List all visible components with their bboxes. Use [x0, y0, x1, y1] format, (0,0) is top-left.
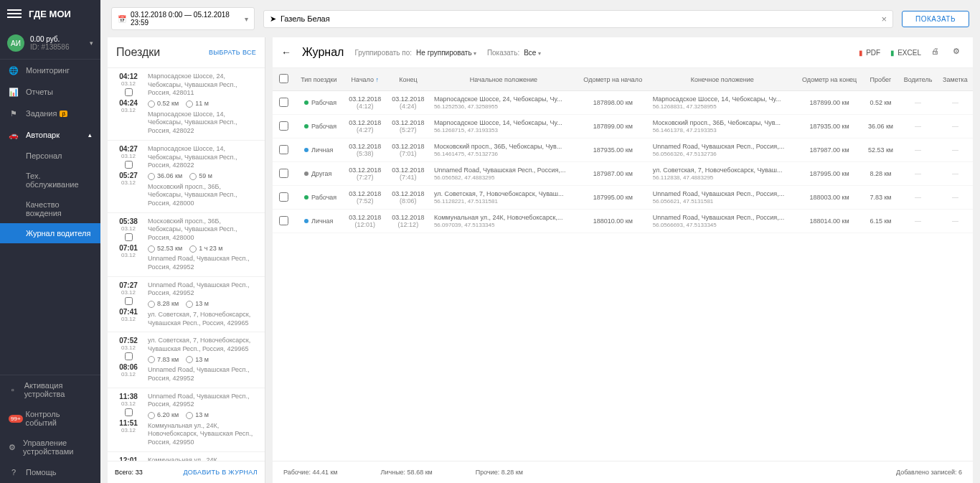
- row-checkbox[interactable]: [279, 121, 288, 131]
- nav-devices[interactable]: ⚙Управление устройствами: [0, 433, 100, 461]
- nav-monitoring[interactable]: 🌐Мониторинг: [0, 60, 100, 81]
- distance-icon: [148, 356, 155, 363]
- avatar: АИ: [7, 34, 24, 52]
- device-icon: ▫: [9, 385, 17, 395]
- clock-icon: [189, 173, 197, 180]
- table-row[interactable]: Рабочая 03.12.2018(7:52) 03.12.2018(8:06…: [273, 186, 973, 210]
- nav-help[interactable]: ?Помощь: [0, 461, 100, 483]
- trip-checkbox[interactable]: [125, 297, 133, 305]
- trips-footer: Всего: 33 ДОБАВИТЬ В ЖУРНАЛ: [108, 461, 265, 483]
- nav-fleet[interactable]: 🚗Автопарк▴: [0, 124, 100, 146]
- col-start-pos[interactable]: Начальное положение: [430, 68, 578, 91]
- journal-header: ← Журнал Группировать по: Не группироват…: [273, 37, 973, 68]
- export-excel-button[interactable]: ▮ EXCEL: [890, 49, 921, 57]
- trip-start-time: 04:12: [115, 72, 142, 80]
- col-driver[interactable]: Водитель: [898, 68, 938, 91]
- trip-item[interactable]: 07:27 03.12 07:41 03.12 Unnamed Road, Чу…: [108, 277, 265, 332]
- object-picker[interactable]: ➤ Газель Белая ×: [263, 10, 893, 28]
- select-all-checkbox[interactable]: [279, 74, 288, 83]
- calendar-icon: 📅: [118, 15, 126, 23]
- row-checkbox[interactable]: [279, 192, 288, 202]
- col-note[interactable]: Заметка: [938, 68, 973, 91]
- date-range-picker[interactable]: 📅 03.12.2018 0:00 — 05.12.2018 23:59 ▾: [111, 7, 255, 30]
- chevron-down-icon: ▾: [90, 39, 93, 47]
- nav-tasks[interactable]: ⚑Заданияβ: [0, 103, 100, 124]
- nav-events[interactable]: 99+Контроль событий: [0, 404, 100, 433]
- show-button[interactable]: ПОКАЗАТЬ: [902, 11, 969, 27]
- add-to-journal-button[interactable]: ДОБАВИТЬ В ЖУРНАЛ: [183, 469, 258, 476]
- trip-duration: 13 м: [186, 300, 209, 309]
- trip-item[interactable]: 07:52 03.12 08:06 03.12 ул. Советская, 7…: [108, 332, 265, 388]
- show-select[interactable]: Все: [524, 49, 540, 57]
- cell-start-pos: Unnamed Road, Чувашская Респ., Россия,..…: [430, 162, 578, 186]
- trip-end-date: 03.12: [115, 252, 142, 258]
- cell-end-pos: Марпосадское Шоссе, 14, Чебоксары, Чу...…: [649, 91, 796, 115]
- trip-duration: 1 ч 23 м: [189, 245, 222, 253]
- cell-start-pos: Московский просп., 36Б, Чебоксары, Чув..…: [430, 139, 578, 162]
- cell-end: 03.12.2018(5:27): [387, 115, 430, 139]
- cell-odo-start: 187899.00 км: [578, 115, 649, 139]
- col-type[interactable]: Тип поездки: [294, 68, 344, 91]
- row-checkbox[interactable]: [279, 216, 288, 225]
- sidebar: ГДЕ МОИ АИ 0.00 руб. ID: #138586 ▾ 🌐Мони…: [0, 0, 100, 483]
- table-row[interactable]: Рабочая 03.12.2018(4:27) 03.12.2018(5:27…: [273, 115, 973, 139]
- trip-item[interactable]: 04:12 03.12 04:24 03.12 Марпосадское Шос…: [108, 68, 265, 141]
- cell-note: —: [938, 210, 973, 233]
- nav-journal[interactable]: Журнал водителя: [0, 223, 100, 243]
- col-odo-start[interactable]: Одометр на начало: [578, 68, 649, 91]
- settings-icon[interactable]: ⚙: [953, 47, 964, 58]
- back-arrow-icon[interactable]: ←: [281, 47, 291, 58]
- group-by-select[interactable]: Не группировать: [416, 49, 476, 57]
- nav-staff[interactable]: Персонал: [0, 146, 100, 166]
- trip-checkbox[interactable]: [125, 352, 133, 360]
- trip-checkbox[interactable]: [125, 161, 133, 169]
- cell-driver: —: [898, 210, 938, 233]
- col-odo-end[interactable]: Одометр на конец: [796, 68, 863, 91]
- clear-object-icon[interactable]: ×: [881, 14, 887, 24]
- user-block[interactable]: АИ 0.00 руб. ID: #138586 ▾: [0, 27, 100, 60]
- nav-reports[interactable]: 📊Отчеты: [0, 81, 100, 103]
- cell-odo-end: 187899.00 км: [796, 91, 863, 115]
- trip-item[interactable]: 04:27 03.12 05:27 03.12 Марпосадское Шос…: [108, 141, 265, 213]
- col-mileage[interactable]: Пробег: [863, 68, 899, 91]
- col-end-pos[interactable]: Конечное положение: [649, 68, 796, 91]
- cell-mileage: 6.15 км: [863, 210, 899, 233]
- trip-item[interactable]: 05:38 03.12 07:01 03.12 Московский просп…: [108, 213, 265, 277]
- trip-distance: 7.83 км: [148, 356, 179, 365]
- main: 📅 03.12.2018 0:00 — 05.12.2018 23:59 ▾ ➤…: [100, 0, 980, 483]
- table-row[interactable]: Рабочая 03.12.2018(4:12) 03.12.2018(4:24…: [273, 91, 973, 115]
- table-row[interactable]: Личная 03.12.2018(5:38) 03.12.2018(7:01)…: [273, 139, 973, 162]
- col-checkbox[interactable]: [273, 68, 294, 91]
- trips-total: Всего: 33: [115, 469, 143, 476]
- table-row[interactable]: Другая 03.12.2018(7:27) 03.12.2018(7:41)…: [273, 162, 973, 186]
- row-checkbox[interactable]: [279, 145, 288, 154]
- select-all-button[interactable]: ВЫБРАТЬ ВСЕ: [209, 49, 256, 56]
- clock-icon: [189, 245, 197, 253]
- print-icon[interactable]: 🖨: [931, 47, 943, 58]
- nav-activation[interactable]: ▫Активация устройства: [0, 375, 100, 404]
- row-checkbox[interactable]: [279, 98, 288, 107]
- cell-start-pos: Марпосадское Шоссе, 24, Чебоксары, Чу...…: [430, 91, 578, 115]
- trip-checkbox[interactable]: [125, 233, 133, 241]
- hamburger-icon[interactable]: [7, 7, 22, 20]
- trip-checkbox[interactable]: [125, 408, 133, 416]
- status-dot-icon: [304, 148, 308, 152]
- row-checkbox[interactable]: [279, 169, 288, 178]
- trip-type: Рабочая: [298, 99, 339, 106]
- status-dot-icon: [304, 100, 308, 105]
- table-row[interactable]: Личная 03.12.2018(12:01) 03.12.2018(12:1…: [273, 210, 973, 233]
- nav-quality[interactable]: Качество вождения: [0, 194, 100, 223]
- trip-checkbox[interactable]: [125, 88, 133, 96]
- col-start[interactable]: Начало ↑: [344, 68, 387, 91]
- distance-icon: [148, 301, 155, 308]
- sort-asc-icon: ↑: [375, 76, 379, 83]
- export-pdf-button[interactable]: ▮ PDF: [859, 49, 880, 57]
- cell-odo-end: 188014.00 км: [796, 210, 863, 233]
- clock-icon: [186, 412, 193, 419]
- trip-item[interactable]: 12:01 03.12 12:12 03.12 Коммунальная ул.…: [108, 452, 265, 461]
- journal-footer: Рабочие: 44.41 км Личные: 58.68 км Прочи…: [273, 461, 973, 483]
- nav-maintenance[interactable]: Тех. обслуживание: [0, 166, 100, 194]
- col-end[interactable]: Конец: [387, 68, 430, 91]
- trip-item[interactable]: 11:38 03.12 11:51 03.12 Unnamed Road, Чу…: [108, 388, 265, 452]
- trips-list[interactable]: 04:12 03.12 04:24 03.12 Марпосадское Шос…: [108, 68, 265, 461]
